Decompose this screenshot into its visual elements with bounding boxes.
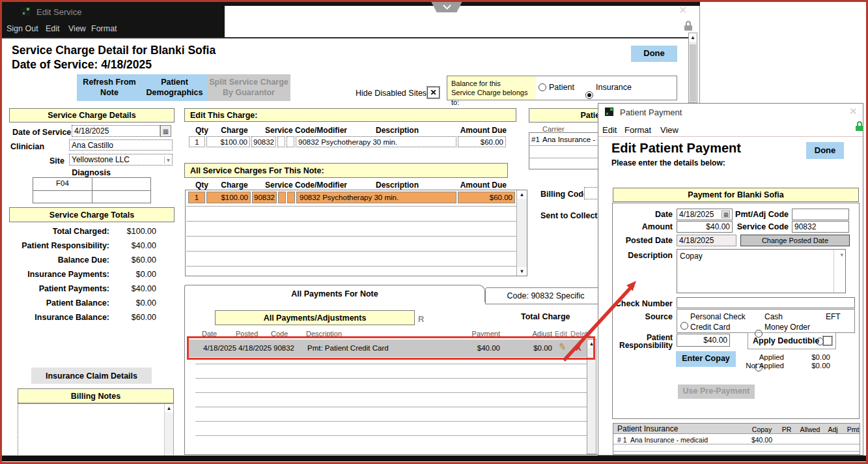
scroll-up-icon[interactable]: ▲ <box>689 33 697 42</box>
collapse-tab[interactable] <box>431 1 462 12</box>
applied-label: Applied <box>738 353 784 361</box>
calendar-icon[interactable]: ▦ <box>721 210 730 218</box>
scroll-up-icon[interactable]: ▲ <box>165 404 173 413</box>
row-mod1[interactable] <box>278 192 286 203</box>
scroll-up-icon[interactable]: ▲ <box>517 190 527 199</box>
dialog-menu-divider <box>598 136 863 137</box>
scroll-down-icon[interactable]: ▼ <box>517 267 527 276</box>
posted-date-input: 4/18/2025 <box>677 235 736 246</box>
refresh-from-note-button[interactable]: Refresh From Note <box>77 74 142 101</box>
scrollbar-thumb[interactable] <box>690 44 696 102</box>
check-number-input[interactable] <box>677 297 855 308</box>
menu-format[interactable]: Format <box>91 24 117 33</box>
service-code-input[interactable]: 90832 <box>792 221 849 233</box>
patient-demographics-button[interactable]: Patient Demographics <box>142 74 207 101</box>
patient-balance-label: Patient Balance: <box>13 298 109 308</box>
col-charge: Charge <box>215 126 254 135</box>
close-icon[interactable]: ✕ <box>679 4 687 16</box>
insurance-balance-label: Insurance Balance: <box>13 313 109 322</box>
service-code-input[interactable]: 90832 <box>251 136 276 147</box>
row-description[interactable]: 90832 Psychotherapy 30 min. <box>296 192 456 203</box>
col-qty: Qty <box>192 126 212 135</box>
enter-copay-button[interactable]: Enter Copay <box>676 351 736 367</box>
table-scrollbar[interactable]: ▲ ▼ <box>516 190 527 276</box>
amount-due-input[interactable]: $60.00 <box>458 136 506 147</box>
amount-input[interactable]: $40.00 <box>677 221 733 233</box>
dialog-done-button[interactable]: Done <box>806 142 844 159</box>
insurance-claim-details-button[interactable]: Insurance Claim Details <box>31 368 152 384</box>
close-icon[interactable]: ✕ <box>849 106 858 117</box>
menu-edit[interactable]: Edit <box>602 125 617 135</box>
col-amount-due: Amount Due <box>456 181 507 190</box>
menu-format[interactable]: Format <box>624 125 651 135</box>
patient-payments-label: Patient Payments: <box>13 284 109 293</box>
date-input[interactable]: 4/18/2025 ▦ <box>677 209 733 220</box>
radio-money-order-label[interactable]: Money Order <box>764 323 810 332</box>
description-combobox[interactable]: Copay ▾ <box>677 249 846 293</box>
total-charged-label: Total Charged: <box>13 227 109 236</box>
hide-disabled-sites-label: Hide Disabled Sites <box>356 89 427 98</box>
radio-insurance-label[interactable]: Insurance <box>596 83 632 92</box>
row-mod2[interactable] <box>287 192 295 203</box>
col-description: Description <box>361 181 433 190</box>
not-applied-value: $0.00 <box>794 362 830 370</box>
menu-view[interactable]: View <box>68 24 86 33</box>
diagnosis-grid[interactable]: F04 <box>33 177 151 203</box>
date-value: 4/18/2025 <box>679 210 721 219</box>
radio-personal-check-label[interactable]: Personal Check <box>690 312 746 321</box>
use-pre-payment-button: Use Pre-Payment <box>678 384 755 399</box>
menu-view[interactable]: View <box>660 125 679 135</box>
clinician-value: Ana Castillo <box>72 141 113 150</box>
dialog-subheading: Please enter the details below: <box>611 158 725 167</box>
description-value: Copay <box>680 252 703 261</box>
row-amount[interactable]: $60.00 <box>458 192 515 203</box>
done-button[interactable]: Done <box>631 46 677 62</box>
clinician-input[interactable]: Ana Castillo <box>69 139 173 151</box>
main-scrollbar[interactable]: ▲ <box>688 33 697 103</box>
tab-all-payments[interactable]: All Payments For Note <box>184 285 485 302</box>
patient-responsibility-label: Patient Responsibility: <box>13 241 109 250</box>
menu-sign-out[interactable]: Sign Out <box>7 24 38 33</box>
modifier2-input[interactable] <box>287 136 294 147</box>
radio-insurance[interactable] <box>585 91 593 99</box>
radio-personal-check[interactable] <box>680 322 688 330</box>
applied-value: $0.00 <box>794 353 830 361</box>
site-select[interactable]: Yellowstone LLC ▾ <box>69 154 173 166</box>
screenshot-root: Edit Service Sign Out Edit View Format ✕… <box>0 0 868 464</box>
payment-section-header: Payment for Blanki Sofia <box>613 188 859 202</box>
titlebar: Edit Service Sign Out Edit View Format <box>1 1 225 37</box>
pmt-adj-code-input[interactable] <box>792 209 849 220</box>
col-qty: Qty <box>192 181 212 190</box>
total-charged-value: $100.00 <box>117 227 156 236</box>
row-code[interactable]: 90832 <box>252 192 277 203</box>
charge-input[interactable]: $100.00 <box>206 136 250 147</box>
apply-deductible-checkbox[interactable] <box>823 336 832 345</box>
qty-input[interactable]: 1 <box>189 136 205 147</box>
date-of-service-value: 4/18/2025 <box>74 126 109 136</box>
radio-cash-label[interactable]: Cash <box>764 312 783 321</box>
billing-notes-textarea[interactable]: ▲ <box>18 403 174 456</box>
menu-edit[interactable]: Edit <box>46 24 60 33</box>
window-title: Edit Service <box>36 7 81 17</box>
row-charge[interactable]: $100.00 <box>206 192 251 203</box>
col-service-code: Service Code/Modifier <box>257 181 355 190</box>
description-input[interactable]: 90832 Psychotherapy 30 min. <box>296 136 456 147</box>
date-of-service-input[interactable]: 4/18/2025 <box>72 125 160 137</box>
radio-patient[interactable] <box>539 83 546 91</box>
chevron-down-icon <box>443 1 451 10</box>
apply-deductible-label: Apply Deductible <box>753 336 819 345</box>
calendar-icon[interactable]: ▦ <box>160 125 171 137</box>
hide-disabled-sites-checkbox[interactable]: ✕ <box>427 87 440 98</box>
chevron-down-icon[interactable]: ▾ <box>840 252 843 258</box>
insurance-row-name[interactable]: Ana Insurance - medicaid <box>630 436 708 444</box>
diagnosis-code-1[interactable]: F04 <box>33 179 92 187</box>
patient-responsibility-input[interactable]: $40.00 <box>677 334 730 347</box>
balance-label-line2: Service Charge belongs to: <box>451 88 536 107</box>
radio-credit-card-label[interactable]: Credit Card <box>690 323 730 332</box>
radio-eft-label[interactable]: EFT <box>826 312 841 321</box>
radio-patient-label[interactable]: Patient <box>549 83 574 92</box>
date-of-service-label: Date of Service <box>12 128 71 137</box>
row-qty[interactable]: 1 <box>188 192 205 203</box>
change-posted-date-button[interactable]: Change Posted Date <box>740 235 850 246</box>
modifier1-input[interactable] <box>277 136 285 147</box>
